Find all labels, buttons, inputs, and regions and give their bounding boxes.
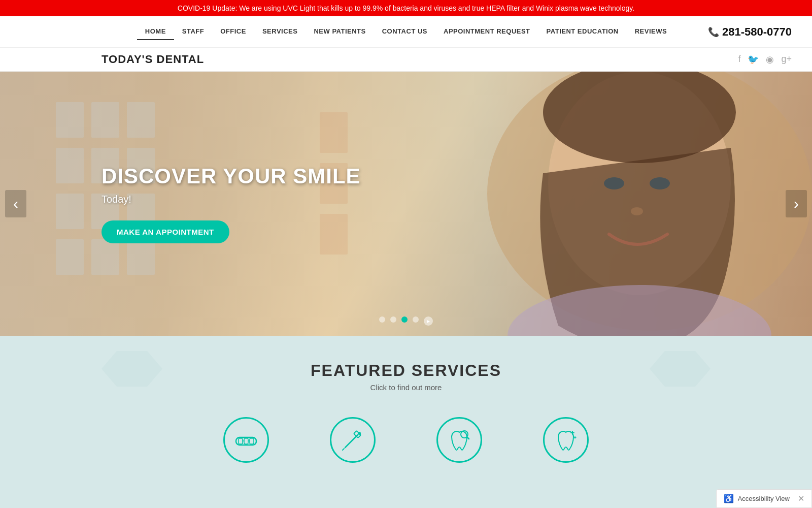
service-item-braces[interactable] <box>223 417 269 463</box>
braces-icon <box>233 427 259 453</box>
nav-item-appointment[interactable]: APPOINTMENT REQUEST <box>435 23 538 40</box>
service-icon-tooth-cleaning <box>543 417 589 463</box>
nav-item-reviews[interactable]: REVIEWS <box>627 23 675 40</box>
nav-item-contact-us[interactable]: CONTACT US <box>374 23 435 40</box>
service-icon-injection <box>330 417 376 463</box>
nav-link-office[interactable]: OFFICE <box>212 23 254 39</box>
hex-decoration-left <box>101 351 162 387</box>
phone-icon: 📞 <box>708 26 719 38</box>
svg-rect-11 <box>127 239 155 275</box>
slider-dot-4[interactable] <box>413 316 419 323</box>
hero-person-svg <box>457 72 812 336</box>
hero-section: ‹ DISCOVER YOUR SMILE Today! MAKE AN APP… <box>0 72 812 336</box>
slider-dots: ▶ <box>379 316 433 326</box>
twitter-icon[interactable]: 🐦 <box>748 54 759 65</box>
make-appointment-button[interactable]: MAKE AN APPOINTMENT <box>101 220 229 243</box>
hero-subtitle: Today! <box>101 194 361 205</box>
nav-link-home[interactable]: HOME <box>137 23 174 40</box>
svg-rect-6 <box>56 194 84 229</box>
slider-dot-1[interactable] <box>379 316 385 323</box>
svg-rect-12 <box>320 112 348 153</box>
svg-rect-9 <box>56 239 84 275</box>
navigation: HOME STAFF OFFICE SERVICES NEW PATIENTS … <box>0 16 812 48</box>
nav-links: HOME STAFF OFFICE SERVICES NEW PATIENTS … <box>137 23 675 40</box>
nav-item-services[interactable]: SERVICES <box>254 23 306 40</box>
hero-content: DISCOVER YOUR SMILE Today! MAKE AN APPOI… <box>101 164 361 243</box>
svg-rect-25 <box>250 438 254 444</box>
phone-area: 📞 281-580-0770 <box>708 25 792 39</box>
nav-link-reviews[interactable]: REVIEWS <box>627 23 675 39</box>
service-icon-braces <box>223 417 269 463</box>
covid-banner: COVID-19 Update: We are using UVC Light … <box>0 0 812 16</box>
service-icon-tooth-care <box>436 417 482 463</box>
site-logo[interactable]: TODAY'S DENTAL <box>101 53 204 66</box>
google-plus-icon[interactable]: g+ <box>781 54 792 65</box>
svg-rect-2 <box>127 102 155 138</box>
nav-item-patient-education[interactable]: PATIENT EDUCATION <box>538 23 627 40</box>
rss-icon[interactable]: ◉ <box>766 54 774 65</box>
slider-prev-button[interactable]: ‹ <box>5 190 26 217</box>
nav-link-patient-education[interactable]: PATIENT EDUCATION <box>538 23 627 39</box>
nav-link-staff[interactable]: STAFF <box>174 23 212 39</box>
svg-rect-10 <box>91 239 119 275</box>
nav-link-services[interactable]: SERVICES <box>254 23 306 39</box>
svg-point-20 <box>631 207 643 215</box>
services-row <box>20 417 792 478</box>
injection-icon <box>340 427 365 453</box>
phone-number: 281-580-0770 <box>722 25 792 39</box>
service-item-tooth-care[interactable] <box>436 417 482 463</box>
svg-point-19 <box>650 177 670 189</box>
nav-item-office[interactable]: OFFICE <box>212 23 254 40</box>
nav-item-new-patients[interactable]: NEW PATIENTS <box>306 23 374 40</box>
nav-item-staff[interactable]: STAFF <box>174 23 212 40</box>
svg-rect-23 <box>239 438 243 444</box>
svg-line-28 <box>345 435 358 448</box>
slider-dot-3[interactable] <box>401 316 408 323</box>
slider-next-button[interactable]: › <box>786 190 807 217</box>
svg-point-31 <box>358 432 361 435</box>
svg-rect-1 <box>91 102 119 138</box>
hex-decoration-right <box>650 351 710 387</box>
nav-link-appointment[interactable]: APPOINTMENT REQUEST <box>435 23 538 39</box>
service-item-tooth-cleaning[interactable] <box>543 417 589 463</box>
covid-banner-text: COVID-19 Update: We are using UVC Light … <box>178 4 634 12</box>
svg-point-18 <box>604 177 624 189</box>
facebook-icon[interactable]: f <box>738 54 740 65</box>
slider-play-button[interactable]: ▶ <box>424 316 433 326</box>
tooth-care-icon <box>447 427 472 453</box>
svg-line-30 <box>343 449 344 450</box>
tooth-cleaning-icon <box>553 427 579 453</box>
nav-item-home[interactable]: HOME <box>137 23 174 40</box>
svg-rect-0 <box>56 102 84 138</box>
nav-link-contact-us[interactable]: CONTACT US <box>374 23 435 39</box>
svg-rect-24 <box>244 438 248 444</box>
hero-title: DISCOVER YOUR SMILE <box>101 164 361 188</box>
svg-rect-3 <box>56 148 84 183</box>
social-icons: f 🐦 ◉ g+ <box>738 54 792 65</box>
logo-bar: TODAY'S DENTAL f 🐦 ◉ g+ <box>0 48 812 72</box>
featured-services-section: FEATURED SERVICES Click to find out more <box>0 336 812 488</box>
slider-dot-2[interactable] <box>390 316 396 323</box>
service-item-injection[interactable] <box>330 417 376 463</box>
nav-link-new-patients[interactable]: NEW PATIENTS <box>306 23 374 39</box>
hero-person-area <box>457 72 812 336</box>
